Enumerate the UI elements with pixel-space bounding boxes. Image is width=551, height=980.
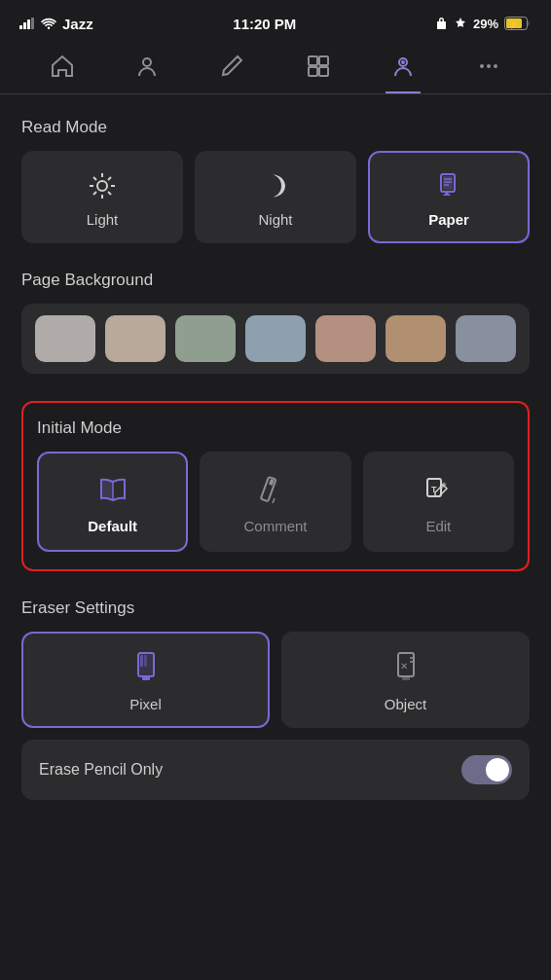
read-mode-buttons: Light Night xyxy=(21,151,530,243)
svg-text:T: T xyxy=(431,485,437,494)
mode-light-label: Light xyxy=(87,211,119,228)
page-background-label: Page Background xyxy=(21,271,530,290)
person-tab[interactable] xyxy=(386,49,421,84)
bg-swatch-3[interactable] xyxy=(245,315,306,362)
battery-percent: 29% xyxy=(473,17,498,31)
init-comment-label: Comment xyxy=(243,518,307,534)
comment-pen-icon xyxy=(259,473,292,506)
svg-text:⚡: ⚡ xyxy=(509,19,519,29)
svg-line-23 xyxy=(93,177,96,180)
eraser-pixel-label: Pixel xyxy=(129,696,162,712)
svg-point-14 xyxy=(401,60,405,64)
svg-point-15 xyxy=(480,64,484,68)
edit-icon: T xyxy=(422,473,455,506)
eraser-mode-buttons: Pixel ✕ Object xyxy=(21,632,530,728)
svg-rect-11 xyxy=(309,67,317,76)
eraser-object-label: Object xyxy=(385,696,426,712)
svg-line-25 xyxy=(108,177,111,180)
svg-point-8 xyxy=(143,58,151,66)
bg-swatch-6[interactable] xyxy=(456,315,516,362)
pen-tab[interactable] xyxy=(215,49,250,84)
bg-swatch-4[interactable] xyxy=(315,315,376,362)
sun-icon xyxy=(87,170,118,201)
status-time: 11:20 PM xyxy=(233,16,296,32)
read-mode-section: Read Mode Light xyxy=(21,118,530,243)
svg-rect-9 xyxy=(309,56,317,65)
erase-pencil-only-row: Erase Pencil Only xyxy=(21,740,530,800)
eraser-settings-label: Eraser Settings xyxy=(21,599,530,618)
main-content: Read Mode Light xyxy=(0,94,551,973)
svg-rect-1 xyxy=(23,22,26,29)
paper-icon xyxy=(433,170,464,201)
moon-icon xyxy=(260,170,291,201)
svg-rect-0 xyxy=(19,25,22,29)
svg-line-36 xyxy=(273,498,275,503)
read-mode-label: Read Mode xyxy=(21,118,530,137)
svg-rect-43 xyxy=(142,676,150,680)
mode-btn-night[interactable]: Night xyxy=(195,151,356,243)
svg-line-26 xyxy=(93,192,96,195)
svg-rect-2 xyxy=(27,19,30,29)
init-btn-comment[interactable]: Comment xyxy=(200,452,350,552)
home-tab[interactable] xyxy=(45,49,80,84)
top-navigation xyxy=(0,43,551,94)
svg-rect-3 xyxy=(31,18,34,29)
initial-mode-label: Initial Mode xyxy=(37,418,514,438)
svg-rect-10 xyxy=(319,56,328,65)
init-btn-edit[interactable]: T Edit xyxy=(363,452,514,552)
book-open-icon xyxy=(96,473,129,506)
init-btn-default[interactable]: Default xyxy=(37,452,188,552)
eraser-btn-object[interactable]: ✕ Object xyxy=(281,632,530,728)
init-default-label: Default xyxy=(88,518,137,534)
svg-rect-28 xyxy=(443,176,453,190)
object-eraser-icon: ✕ xyxy=(390,651,422,686)
bg-swatch-1[interactable] xyxy=(105,315,165,362)
initial-mode-section: Initial Mode Default xyxy=(21,401,530,571)
svg-point-4 xyxy=(48,27,50,29)
status-indicators: 29% ⚡ xyxy=(436,17,532,31)
carrier-name: Jazz xyxy=(62,16,93,32)
bg-swatch-2[interactable] xyxy=(175,315,236,362)
eraser-btn-pixel[interactable]: Pixel xyxy=(21,632,270,728)
svg-rect-33 xyxy=(101,480,113,498)
svg-rect-42 xyxy=(144,655,147,667)
erase-pencil-only-toggle[interactable] xyxy=(461,755,512,784)
eraser-settings-section: Eraser Settings Pixel xyxy=(21,599,530,800)
pixel-eraser-icon xyxy=(130,651,162,686)
bg-swatch-5[interactable] xyxy=(386,315,446,362)
svg-text:✕: ✕ xyxy=(400,661,408,671)
mode-night-label: Night xyxy=(258,211,292,228)
status-bar: Jazz 11:20 PM 29% ⚡ xyxy=(0,0,551,43)
svg-point-17 xyxy=(494,64,497,68)
initial-mode-buttons: Default Comment xyxy=(37,452,514,552)
bg-swatch-0[interactable] xyxy=(35,315,95,362)
mode-btn-paper[interactable]: Paper xyxy=(368,151,530,243)
layout-tab[interactable] xyxy=(301,49,336,84)
user-tab[interactable] xyxy=(129,49,165,84)
svg-line-24 xyxy=(108,192,111,195)
svg-point-18 xyxy=(97,181,107,191)
more-tab[interactable] xyxy=(471,49,506,84)
page-background-section: Page Background xyxy=(21,271,530,374)
carrier-signal: Jazz xyxy=(19,16,93,32)
init-edit-label: Edit xyxy=(425,518,451,534)
svg-point-16 xyxy=(487,64,491,68)
mode-paper-label: Paper xyxy=(428,211,469,228)
svg-rect-12 xyxy=(319,67,328,76)
svg-rect-48 xyxy=(402,676,410,680)
background-color-row xyxy=(21,304,530,374)
mode-btn-light[interactable]: Light xyxy=(21,151,183,243)
svg-rect-41 xyxy=(140,655,143,667)
erase-pencil-only-label: Erase Pencil Only xyxy=(39,761,163,779)
